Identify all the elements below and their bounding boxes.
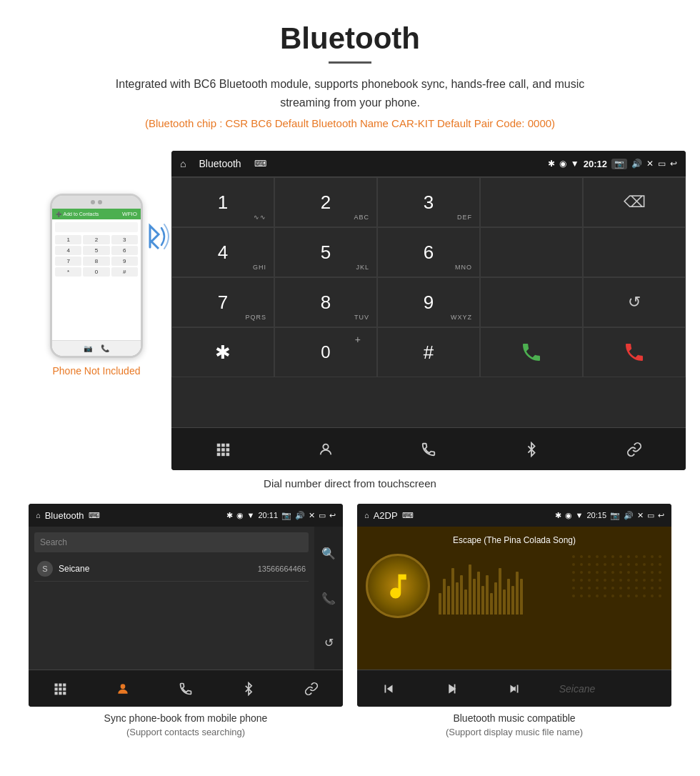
dial-key-1[interactable]: 1∿∿: [171, 177, 274, 227]
pb-nav-call[interactable]: [154, 670, 217, 707]
dial-refresh[interactable]: ↺: [583, 277, 686, 327]
dial-key-0[interactable]: 0+: [274, 327, 377, 377]
dial-empty-3: [583, 227, 686, 277]
dial-key-6[interactable]: 6MNO: [377, 227, 480, 277]
phonebook-sidebar: 🔍 📞 ↺: [314, 527, 343, 670]
pb-refresh-icon[interactable]: ↺: [324, 636, 334, 650]
phone-mockup: ➕ Add to Contacts WFIO 1 2 3 4 5 6 7: [50, 194, 143, 358]
phone-speaker: [91, 200, 95, 204]
music-seicane-watermark-area: Seicane: [546, 670, 609, 707]
music-time: 20:15: [586, 511, 606, 520]
pb-search-bar[interactable]: Search: [34, 532, 309, 552]
volume-icon[interactable]: 🔊: [631, 159, 642, 169]
close-icon[interactable]: ✕: [646, 159, 654, 169]
dial-key-8[interactable]: 8TUV: [274, 277, 377, 327]
pb-home-icon[interactable]: ⌂: [36, 511, 41, 519]
pb-nav-link[interactable]: [280, 670, 343, 707]
pb-cam-icon[interactable]: 📷: [281, 511, 291, 520]
pb-nav-bt[interactable]: [217, 670, 280, 707]
phone-not-included-label: Phone Not Included: [53, 365, 141, 377]
phone-call-icon[interactable]: 📞: [101, 344, 109, 352]
car-nav-contacts[interactable]: [274, 428, 377, 470]
camera-icon[interactable]: 📷: [611, 159, 627, 169]
pb-wifi-icon: ▼: [247, 511, 255, 520]
music-visualizer: [439, 557, 663, 615]
svg-rect-7: [221, 452, 225, 456]
phone-key-9[interactable]: 9: [111, 257, 138, 266]
phone-key-7[interactable]: 7: [55, 257, 81, 266]
dial-end-call-button[interactable]: [583, 327, 686, 377]
music-loc-icon: ◉: [565, 511, 572, 520]
music-caption: Bluetooth music compatible: [350, 707, 679, 727]
dial-call-button[interactable]: [480, 327, 583, 377]
phone-key-2[interactable]: 2: [83, 235, 109, 244]
status-time: 20:12: [584, 159, 607, 169]
window-icon[interactable]: ▭: [658, 159, 666, 169]
pb-nav-contacts-active[interactable]: [91, 670, 154, 707]
phone-key-6[interactable]: 6: [111, 246, 138, 255]
music-close-icon[interactable]: ✕: [637, 511, 644, 520]
music-cam-icon[interactable]: 📷: [610, 511, 620, 520]
pb-close-icon[interactable]: ✕: [309, 511, 315, 520]
music-vol-icon[interactable]: 🔊: [624, 511, 634, 520]
music-next-track[interactable]: [483, 670, 546, 707]
home-icon[interactable]: ⌂: [180, 158, 186, 169]
pb-nav-grid[interactable]: [29, 670, 91, 707]
phone-key-4[interactable]: 4: [55, 246, 81, 255]
music-back-icon[interactable]: ↩: [658, 511, 664, 520]
contact-row-seicane[interactable]: S Seicane 13566664466: [34, 557, 309, 582]
phone-area: ➕ Add to Contacts WFIO 1 2 3 4 5 6 7: [21, 151, 171, 377]
car-nav-grid[interactable]: [171, 428, 274, 470]
dial-key-9[interactable]: 9WXYZ: [377, 277, 480, 327]
next-track-icon: [506, 681, 522, 697]
phone-key-3[interactable]: 3: [111, 235, 138, 244]
viz-bar-9: [473, 579, 476, 615]
phone-key-hash[interactable]: #: [111, 267, 138, 277]
svg-rect-13: [55, 687, 58, 690]
bluetooth-signal-icon: [136, 215, 171, 258]
viz-bar-12: [486, 575, 489, 615]
pb-back-icon[interactable]: ↩: [329, 511, 336, 520]
music-prev-track[interactable]: [357, 670, 420, 707]
music-screen: ⌂ A2DP ⌨ ✱ ◉ ▼ 20:15 📷 🔊 ✕ ▭ ↩ Esca: [357, 504, 671, 707]
svg-rect-14: [59, 687, 61, 690]
dial-key-hash[interactable]: #: [377, 327, 480, 377]
svg-rect-11: [59, 683, 61, 686]
car-screen-title: Bluetooth: [199, 158, 241, 169]
car-nav-bluetooth[interactable]: [480, 428, 583, 470]
phone-key-star[interactable]: *: [55, 267, 81, 277]
viz-bar-11: [481, 586, 484, 615]
back-icon[interactable]: ↩: [670, 159, 677, 169]
dial-key-star[interactable]: ✱: [171, 327, 274, 377]
dial-key-3[interactable]: 3DEF: [377, 177, 480, 227]
dial-key-5[interactable]: 5JKL: [274, 227, 377, 277]
car-nav-link[interactable]: [583, 428, 686, 470]
phone-key-1[interactable]: 1: [55, 235, 81, 244]
main-section: ➕ Add to Contacts WFIO 1 2 3 4 5 6 7: [0, 151, 700, 470]
contact-phone: 13566664466: [258, 564, 306, 573]
viz-bar-16: [503, 590, 506, 615]
phone-key-8[interactable]: 8: [83, 257, 109, 266]
svg-rect-2: [226, 443, 230, 447]
phone-key-5[interactable]: 5: [83, 246, 109, 255]
viz-bar-1: [439, 593, 441, 615]
music-extra: [609, 670, 671, 707]
pb-win-icon[interactable]: ▭: [319, 511, 326, 520]
dial-backspace[interactable]: ⌫: [583, 177, 686, 227]
pb-phone-icon[interactable]: 📞: [321, 592, 336, 605]
pb-search-icon[interactable]: 🔍: [321, 547, 336, 560]
pb-vol-icon[interactable]: 🔊: [295, 511, 305, 520]
phonebook-screenshot: ⌂ Bluetooth ⌨ ✱ ◉ ▼ 20:11 📷 🔊 ✕ ▭ ↩: [21, 504, 350, 746]
music-home-icon[interactable]: ⌂: [364, 511, 369, 519]
music-play-pause[interactable]: [420, 670, 483, 707]
dial-key-4[interactable]: 4GHI: [171, 227, 274, 277]
dial-key-7[interactable]: 7PQRS: [171, 277, 274, 327]
contact-name: Seicane: [59, 564, 252, 574]
car-nav-call[interactable]: [377, 428, 480, 470]
call-icon: [520, 341, 543, 364]
phone-key-0[interactable]: 0: [83, 267, 109, 277]
dial-empty-1: [480, 177, 583, 227]
music-win-icon[interactable]: ▭: [647, 511, 654, 520]
dial-key-2[interactable]: 2ABC: [274, 177, 377, 227]
phonebook-caption-sub: (Support contacts searching): [21, 727, 350, 746]
